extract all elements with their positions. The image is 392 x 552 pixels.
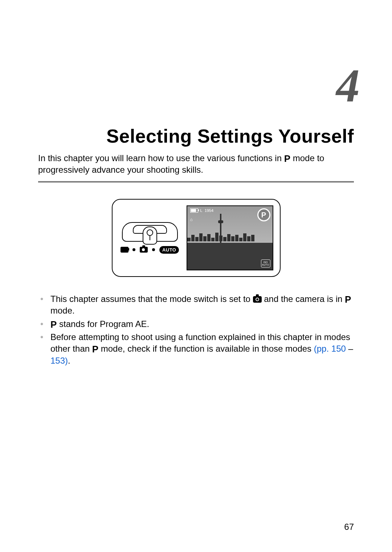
lcd-preview: L 1954 ⌂ P ISO AUTO — [187, 205, 273, 270]
chapter-title: Selecting Settings Yourself — [38, 125, 354, 147]
chapter-intro: In this chapter you will learn how to us… — [38, 152, 354, 176]
bullet-1-post: mode. — [50, 306, 75, 315]
lcd-p-mode-badge: P — [257, 208, 270, 221]
bullet-1-mid: and the camera is in — [262, 294, 345, 304]
lcd-size-indicator: L — [200, 208, 203, 213]
bullet-2-text: stands for Program AE. — [57, 319, 149, 329]
lcd-skyline — [187, 233, 273, 243]
bullet-3: Before attempting to shoot using a funct… — [38, 331, 354, 367]
video-mode-icon — [121, 247, 128, 253]
p-mode-icon: P — [50, 320, 57, 329]
dot-separator — [152, 248, 155, 251]
bullet-3-mid: mode, check if the function is available… — [98, 344, 314, 353]
lcd-shots-remaining: 1954 — [205, 208, 213, 213]
dot-separator — [132, 248, 135, 251]
page-ref-link-153[interactable]: 153) — [50, 356, 68, 365]
bullet-3-post: . — [68, 356, 70, 365]
camera-mode-icon — [140, 247, 148, 253]
lcd-top-info: L 1954 — [190, 208, 214, 213]
switch-knob — [143, 226, 157, 245]
lcd-iso-indicator: ISO AUTO — [261, 259, 270, 267]
camera-icon — [253, 296, 262, 303]
chapter-number: 4 — [38, 62, 358, 109]
p-mode-icon: P — [284, 154, 290, 163]
iso-value: AUTO — [261, 263, 270, 266]
manual-page: 4 Selecting Settings Yourself In this ch… — [0, 0, 392, 552]
section-divider — [38, 181, 354, 183]
intro-text-pre: In this chapter you will learn how to us… — [38, 153, 284, 163]
page-ref-link-150[interactable]: (pp. 150 — [314, 344, 346, 353]
bullet-3-dash: – — [346, 344, 353, 353]
battery-icon — [190, 208, 198, 213]
p-mode-icon: P — [92, 344, 98, 354]
bullet-2: P stands for Program AE. — [38, 318, 354, 330]
switch-labels: AUTO — [119, 246, 181, 254]
p-mode-icon: P — [345, 295, 351, 304]
bullet-1-pre: This chapter assumes that the mode switc… — [50, 294, 253, 304]
lcd-lock-icon: ⌂ — [190, 217, 193, 222]
bullet-1: This chapter assumes that the mode switc… — [38, 293, 354, 317]
iso-label: ISO — [261, 261, 270, 263]
switch-body — [122, 222, 178, 242]
page-number: 67 — [344, 522, 354, 532]
lcd-ground — [187, 243, 273, 270]
mode-switch-diagram: AUTO — [119, 222, 181, 254]
bullet-list: This chapter assumes that the mode switc… — [38, 293, 354, 367]
mode-illustration: AUTO L 1954 ⌂ P ISO AUTO — [112, 199, 281, 277]
auto-mode-label: AUTO — [159, 246, 179, 254]
